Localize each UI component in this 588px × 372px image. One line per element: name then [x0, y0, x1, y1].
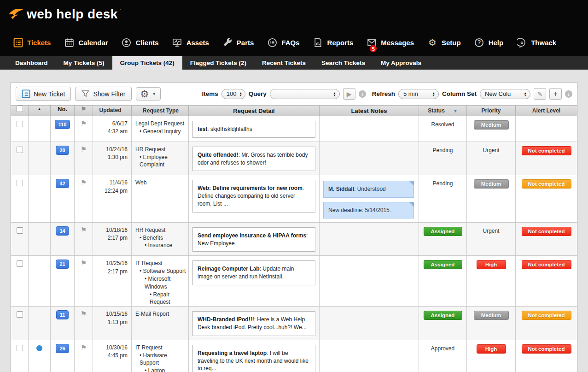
table-row[interactable]: 42 ⚑ 11/4/16 12:24 pm Web Web: Define re…	[11, 175, 577, 222]
request-type-item: HR Request	[135, 146, 186, 154]
header-unread[interactable]: •	[29, 106, 51, 116]
header-flag[interactable]: ⚑	[75, 106, 93, 116]
ticket-number-badge[interactable]: 42	[56, 179, 69, 188]
priority-badge: Medium	[474, 120, 509, 130]
row-checkbox[interactable]	[17, 121, 23, 127]
add-column-set-button[interactable]: +	[549, 88, 562, 100]
row-checkbox[interactable]	[17, 311, 23, 318]
nav-item-parts[interactable]: Parts	[222, 37, 254, 47]
table-row[interactable]: 26 ⚑ 10/30/16 4:45 pm IT Request• Hardwa…	[11, 340, 577, 372]
reports-icon	[313, 37, 323, 47]
thwack-icon	[517, 37, 527, 47]
table-row[interactable]: 20 ⚑ 10/24/16 1:30 pm HR Request• Employ…	[11, 142, 577, 176]
flag-icon[interactable]: ⚑	[81, 310, 87, 317]
request-type-item: • Laptop	[135, 367, 186, 372]
request-type-item: • General Inquiry	[135, 128, 186, 136]
flag-icon[interactable]: ⚑	[81, 226, 87, 233]
header-latest-notes[interactable]: Latest Notes	[320, 106, 419, 116]
request-detail-box[interactable]: Quite offended!: Mr. Gross has terrible …	[192, 147, 315, 171]
header-request-type[interactable]: Request Type	[132, 106, 189, 116]
query-select[interactable]: ▲▼	[270, 89, 340, 99]
run-query-button[interactable]: ▶	[343, 88, 355, 100]
flag-icon[interactable]: ⚑	[81, 120, 87, 127]
table-options-button[interactable]: ⚙ ▼	[136, 87, 161, 100]
query-info-icon[interactable]: i	[359, 90, 366, 98]
request-detail-box[interactable]: test: skjdfhskldjhfalfhs	[192, 121, 315, 138]
show-filter-button[interactable]: Show Filter	[75, 87, 131, 101]
tab-my-tickets[interactable]: My Tickets (5)	[56, 56, 112, 70]
nav-item-setup[interactable]: ⚙ Setup	[427, 37, 461, 47]
table-row[interactable]: 11 ⚑ 10/15/16 1:13 pm E-Mail Report WHD-…	[11, 307, 577, 340]
nav-item-clients[interactable]: Clients	[122, 37, 159, 47]
nav-item-thwack[interactable]: Thwack	[517, 37, 556, 47]
header-status[interactable]: Status ▼	[419, 106, 467, 116]
row-checkbox[interactable]	[17, 180, 23, 186]
header-alert-level[interactable]: Alert Level	[516, 106, 577, 116]
header-request-detail[interactable]: Request Detail	[189, 106, 320, 116]
table-row[interactable]: 14 ⚑ 10/18/16 2:17 pm HR Request• Benefi…	[11, 223, 577, 256]
updated-cell: 10/18/16 2:17 pm	[93, 223, 132, 256]
tab-group-tickets[interactable]: Group Tickets (42)	[112, 56, 182, 70]
row-checkbox[interactable]	[17, 260, 23, 267]
nav-item-faqs[interactable]: FAQs	[267, 37, 299, 47]
new-ticket-button[interactable]: New Ticket	[16, 87, 71, 101]
ticket-number-badge[interactable]: 21	[56, 260, 69, 269]
ticket-number-badge[interactable]: 26	[56, 344, 69, 353]
row-checkbox[interactable]	[17, 345, 23, 351]
request-detail-box[interactable]: Reimage Computer Lab: Update main image …	[192, 260, 315, 285]
nav-item-reports[interactable]: Reports	[313, 37, 354, 47]
flag-icon[interactable]: ⚑	[81, 179, 87, 186]
tab-search-tickets[interactable]: Search Tickets	[314, 56, 373, 70]
request-detail-box[interactable]: Send employee Insurance & HIPAA forms: N…	[192, 227, 315, 252]
header-updated[interactable]: Updated	[93, 106, 132, 116]
select-all-checkbox[interactable]	[17, 106, 23, 112]
tab-my-approvals[interactable]: My Approvals	[373, 56, 429, 70]
ticket-number-badge[interactable]: 14	[56, 226, 69, 236]
detail-subject: Quite offended!	[198, 152, 239, 158]
request-detail-box[interactable]: Web: Define requirements for new room: D…	[192, 180, 315, 212]
items-select[interactable]: 100 ▲▼	[221, 89, 245, 99]
header-priority[interactable]: Priority	[467, 106, 516, 116]
tab-recent-tickets[interactable]: Recent Tickets	[254, 56, 314, 70]
updated-time: 1:30 pm	[93, 154, 128, 161]
latest-notes-cell: M. Siddall: UnderstoodNew deadline: 5/14…	[320, 175, 419, 222]
request-type-item: • Insurance	[135, 242, 186, 249]
ticket-number-badge[interactable]: 11	[56, 310, 69, 319]
header-select-all[interactable]	[11, 106, 29, 116]
alert-level-cell: Not completed	[516, 175, 577, 222]
table-row[interactable]: 110 ⚑ 6/6/17 4:32 am Legal Dept Request•…	[11, 116, 577, 142]
nav-item-tickets[interactable]: Tickets	[13, 37, 51, 47]
ticket-number-badge[interactable]: 20	[56, 146, 69, 155]
request-detail-box[interactable]: WHD-Branded iPod!!!: Here is a Web Help …	[192, 311, 315, 336]
row-checkbox[interactable]	[17, 227, 23, 234]
detail-subject: Send employee Insurance & HIPAA forms	[198, 232, 306, 239]
request-detail-box[interactable]: Requesting a travel laptop: I will be tr…	[192, 345, 315, 372]
header-no[interactable]: No.	[51, 106, 75, 116]
tab-flagged-tickets[interactable]: Flagged Tickets (2)	[182, 56, 254, 70]
request-type-item: • Hardware Support	[135, 352, 186, 367]
stepper-arrows-icon: ▲▼	[432, 92, 435, 96]
nav-item-assets[interactable]: Assets	[172, 37, 209, 47]
query-label: Query	[249, 90, 267, 97]
refresh-select[interactable]: 5 min ▲▼	[398, 89, 439, 99]
column-set-select[interactable]: New Colu ▲▼	[480, 89, 530, 99]
column-set-info-icon[interactable]: i	[565, 90, 572, 98]
nav-item-calendar[interactable]: Calendar	[64, 37, 108, 47]
nav-item-help[interactable]: ? Help	[474, 37, 504, 47]
request-type-cell: IT Request• Hardware Support• Laptop• Lo…	[132, 340, 189, 372]
edit-column-set-button[interactable]: ✎	[534, 88, 546, 100]
clients-icon	[122, 37, 132, 47]
request-type-item: Web	[135, 179, 186, 187]
flag-icon[interactable]: ⚑	[81, 260, 87, 266]
table-row[interactable]: 21 ⚑ 10/25/16 2:17 pm IT Request• Softwa…	[11, 256, 577, 307]
sort-descending-icon: ▼	[453, 108, 458, 113]
status-cell: Pending	[419, 142, 467, 175]
ticket-number-badge[interactable]: 110	[55, 120, 70, 129]
request-type-item: • Repair Request	[135, 291, 186, 307]
nav-item-messages[interactable]: 5 Messages	[367, 37, 414, 47]
flag-icon[interactable]: ⚑	[81, 146, 87, 153]
flag-icon[interactable]: ⚑	[81, 344, 87, 351]
row-checkbox[interactable]	[17, 147, 23, 153]
logo-text: web help desk	[27, 7, 118, 22]
tab-dashboard[interactable]: Dashboard	[7, 56, 56, 70]
